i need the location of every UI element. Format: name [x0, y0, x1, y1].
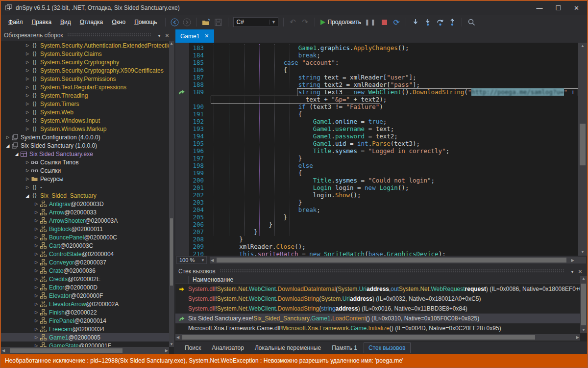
expand-icon[interactable]: ▷ [33, 260, 39, 264]
tree-item[interactable]: ▷{ }System.Security.Claims [1, 50, 169, 58]
expand-icon[interactable]: ▷ [33, 327, 39, 331]
line-number[interactable]: 200 [175, 177, 204, 184]
redo-button[interactable]: ↷ [301, 17, 310, 27]
minimize-button[interactable]: — [536, 4, 542, 12]
line-number[interactable]: 207 [175, 228, 204, 236]
language-select[interactable]: C# ▼ [233, 17, 278, 27]
restart-button[interactable]: ⟳ [392, 17, 401, 27]
expand-icon[interactable]: ▷ [24, 85, 30, 89]
tree-item[interactable]: ▷BouncePanel @0200000C [1, 233, 169, 241]
navigate-back-button[interactable] [171, 17, 179, 27]
undo-button[interactable]: ↶ [289, 17, 297, 27]
expand-icon[interactable]: ▷ [33, 335, 39, 340]
expand-icon[interactable]: ▷ [24, 60, 30, 64]
menu-помощь[interactable]: Помощь [130, 17, 161, 27]
line-number[interactable]: 209 [175, 243, 204, 250]
show-next-statement-icon[interactable] [411, 17, 420, 27]
expand-icon[interactable]: ▷ [24, 77, 30, 81]
menu-файл[interactable]: Файл [4, 17, 27, 27]
call-stack-frame[interactable]: System.dll!System.Net.WebClient.Download… [175, 284, 580, 294]
tree-item[interactable]: ▷Arrow @02000033 [1, 208, 169, 216]
tree-item[interactable]: ▷ElevatorArrow @0200002A [1, 300, 169, 308]
line-number[interactable]: 201 [175, 184, 204, 191]
expand-icon[interactable]: ▷ [33, 318, 39, 323]
expand-icon[interactable]: ▷ [33, 202, 39, 206]
expand-icon[interactable]: ▷ [33, 218, 39, 223]
zoom-select[interactable]: 100 % ▼ [176, 256, 207, 264]
tree-item[interactable]: ▷ArrowShooter @0200003A [1, 216, 169, 225]
line-number[interactable]: 188 [175, 81, 204, 88]
pause-button[interactable]: ❚❚ [365, 17, 376, 27]
tree-item[interactable]: ◢Six Sided Sanctuary (1.0.0.0) [1, 141, 169, 150]
expand-icon[interactable]: ▷ [5, 135, 11, 139]
line-number[interactable]: 192 [175, 118, 204, 125]
step-out-button[interactable] [448, 17, 457, 27]
expand-icon[interactable]: ▷ [33, 293, 39, 298]
expand-icon[interactable]: ▷ [24, 185, 30, 189]
tree-item[interactable]: ▷{ }- [1, 183, 169, 191]
expand-icon[interactable]: ▷ [24, 43, 30, 48]
collapse-icon[interactable]: ◢ [24, 193, 30, 198]
line-number[interactable]: 191 [175, 110, 204, 118]
tool-tab-5[interactable]: Стек вызовов [364, 342, 411, 353]
close-button[interactable]: ✕ [574, 4, 579, 12]
tree-item[interactable]: ▷Ресурсы [1, 175, 169, 183]
expand-icon[interactable]: ▷ [24, 68, 30, 73]
tree-item[interactable]: ▷Ссылки [1, 166, 169, 175]
line-number[interactable]: 186 [175, 66, 204, 74]
expand-icon[interactable]: ▷ [33, 252, 39, 256]
line-number[interactable]: 210 [175, 250, 204, 256]
menu-вид[interactable]: Вид [56, 17, 75, 27]
tree-item[interactable]: ▷Antigrav @0200003D [1, 200, 169, 208]
call-stack-frame[interactable]: System.dll!System.Net.WebClient.Download… [175, 304, 580, 314]
tree-item[interactable]: ▷FirePanel @02000014 [1, 316, 169, 325]
step-into-button[interactable] [423, 17, 432, 27]
line-number[interactable]: 195 [175, 140, 204, 147]
editor-vertical-scrollbar[interactable]: ▲ ▼ [578, 43, 587, 256]
editor-horizontal-scrollbar[interactable]: ◀ ▶ [210, 257, 586, 263]
tree-item[interactable]: ▷Elevator @0200000F [1, 291, 169, 300]
line-number[interactable]: 208 [175, 236, 204, 243]
line-number[interactable]: 206 [175, 221, 204, 228]
expand-icon[interactable]: ▷ [33, 210, 39, 214]
expand-icon[interactable]: ▷ [24, 93, 30, 98]
step-over-button[interactable] [436, 17, 444, 27]
line-number[interactable]: 187 [175, 74, 204, 81]
panel-close-icon[interactable]: ✕ [163, 33, 171, 38]
tree-item[interactable]: ▷Crate @02000036 [1, 266, 169, 275]
tree-item[interactable]: ▷{ }System.Security.Cryptography.X509Cer… [1, 66, 169, 75]
tree-item[interactable]: ▷{ }System.Security.Cryptography [1, 58, 169, 66]
tab-game1[interactable]: Game1 ✕ [175, 29, 214, 43]
call-stack-horizontal-scrollbar[interactable]: ◀ ▶ [175, 334, 580, 341]
expand-icon[interactable]: ▷ [24, 110, 30, 114]
tool-tab-4[interactable]: Память 1 [327, 343, 362, 353]
panel-menu-icon[interactable]: ▾ [155, 33, 163, 38]
expand-icon[interactable]: ▷ [33, 277, 39, 281]
tree-item[interactable]: ▷{ }System.Windows.Markup [1, 125, 169, 133]
tree-item[interactable]: ▷Freecam @02000034 [1, 325, 169, 333]
tree-item[interactable]: ▷Ссылки Типов [1, 158, 169, 166]
line-number[interactable]: 197 [175, 155, 204, 162]
menu-правка[interactable]: Правка [27, 17, 56, 27]
tree-item[interactable]: ◢{ }Six_Sided_Sanctuary [1, 191, 169, 200]
tool-tab-2[interactable]: Анализатор [207, 343, 248, 353]
line-number[interactable]: 193 [175, 125, 204, 132]
tree-item[interactable]: ▷Finish @02000022 [1, 308, 169, 316]
expand-icon[interactable]: ▷ [24, 168, 30, 173]
tree-item[interactable]: ▷Editor @0200000D [1, 283, 169, 291]
tree-item[interactable]: ▷ControlState @02000004 [1, 250, 169, 258]
tree-item[interactable]: ▷Conveyor @02000037 [1, 258, 169, 266]
tree-horizontal-scrollbar[interactable]: ◀ ▶ [1, 347, 169, 354]
expand-icon[interactable]: ▷ [33, 235, 39, 239]
tree-item[interactable]: ▷{ }System.Timers [1, 100, 169, 108]
tab-close-icon[interactable]: ✕ [204, 33, 209, 39]
panel-close-icon[interactable]: ✕ [576, 269, 584, 274]
tree-item[interactable]: ▷{ }System.Windows.Input [1, 116, 169, 125]
line-number[interactable]: 196 [175, 147, 204, 155]
panel-menu-icon[interactable]: ▾ [568, 269, 576, 274]
line-number[interactable]: 190 [175, 103, 204, 110]
line-number[interactable]: 199 [175, 169, 204, 177]
line-number[interactable]: 205 [175, 213, 204, 221]
line-number[interactable]: 204 [175, 206, 204, 213]
expand-icon[interactable]: ▷ [24, 118, 30, 123]
